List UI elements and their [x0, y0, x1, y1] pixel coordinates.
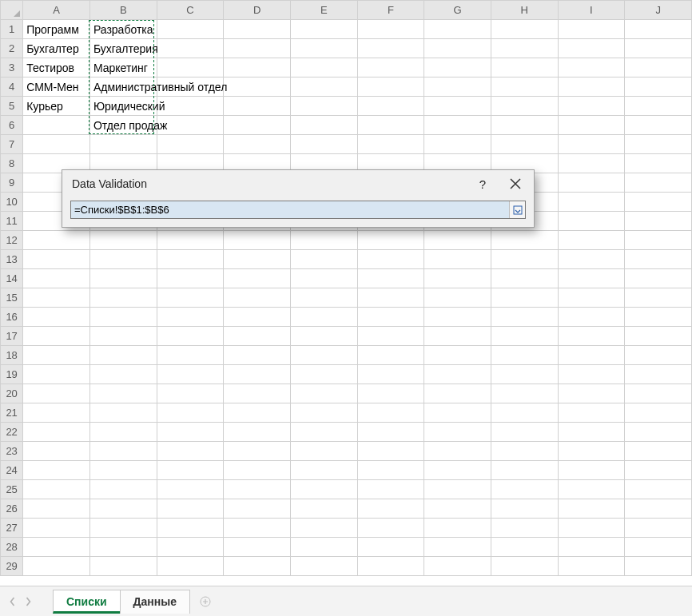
- dialog-titlebar[interactable]: Data Validation ?: [62, 170, 534, 197]
- cell-H18[interactable]: [491, 346, 558, 365]
- cell-B18[interactable]: [89, 346, 157, 365]
- cell-E21[interactable]: [290, 403, 357, 423]
- cell-F22[interactable]: [357, 423, 424, 442]
- cell-E17[interactable]: [290, 327, 357, 346]
- cell-G29[interactable]: [424, 557, 491, 576]
- row-header-24[interactable]: 24: [1, 461, 23, 480]
- cell-B6[interactable]: Отдел продаж: [89, 116, 157, 135]
- cell-H1[interactable]: [491, 20, 558, 39]
- cell-D13[interactable]: [224, 250, 291, 269]
- cell-J17[interactable]: [625, 327, 692, 346]
- cell-J9[interactable]: [625, 173, 692, 193]
- cell-E15[interactable]: [290, 288, 357, 308]
- cell-H7[interactable]: [491, 135, 558, 154]
- cell-C7[interactable]: [157, 135, 224, 154]
- cell-E25[interactable]: [290, 480, 357, 499]
- cell-E29[interactable]: [290, 557, 357, 576]
- cell-I28[interactable]: [558, 538, 625, 557]
- cell-C23[interactable]: [157, 442, 224, 461]
- cell-C5[interactable]: [157, 97, 224, 116]
- cell-B17[interactable]: [89, 327, 157, 346]
- cell-G6[interactable]: [424, 116, 491, 135]
- col-header-J[interactable]: J: [625, 1, 692, 20]
- cell-I14[interactable]: [558, 269, 625, 288]
- cell-F2[interactable]: [357, 39, 424, 58]
- cell-D21[interactable]: [224, 403, 291, 423]
- row-header-8[interactable]: 8: [1, 154, 23, 173]
- cell-J2[interactable]: [625, 39, 692, 58]
- cell-E28[interactable]: [290, 538, 357, 557]
- cell-I26[interactable]: [558, 499, 625, 519]
- cell-J10[interactable]: [625, 193, 692, 212]
- cell-D1[interactable]: [224, 20, 291, 39]
- cell-D18[interactable]: [224, 346, 291, 365]
- cell-E1[interactable]: [290, 20, 357, 39]
- row-header-13[interactable]: 13: [1, 250, 23, 269]
- cell-H15[interactable]: [491, 288, 558, 308]
- cell-B22[interactable]: [89, 423, 157, 442]
- row-header-23[interactable]: 23: [1, 442, 23, 461]
- cell-H23[interactable]: [491, 442, 558, 461]
- cell-I21[interactable]: [558, 403, 625, 423]
- cell-D15[interactable]: [224, 288, 291, 308]
- cell-H29[interactable]: [491, 557, 558, 576]
- row-header-22[interactable]: 22: [1, 423, 23, 442]
- cell-C24[interactable]: [157, 461, 224, 480]
- cell-E3[interactable]: [290, 58, 357, 77]
- cell-C12[interactable]: [157, 231, 224, 250]
- cell-D5[interactable]: [224, 97, 291, 116]
- cell-A28[interactable]: [23, 538, 90, 557]
- cell-J8[interactable]: [625, 154, 692, 173]
- cell-J21[interactable]: [625, 403, 692, 423]
- cell-G27[interactable]: [424, 519, 491, 538]
- add-sheet-button[interactable]: [194, 590, 217, 613]
- cell-F5[interactable]: [357, 97, 424, 116]
- cell-A22[interactable]: [23, 423, 90, 442]
- cell-F3[interactable]: [357, 58, 424, 77]
- cell-G20[interactable]: [424, 384, 491, 403]
- cell-F4[interactable]: [357, 77, 424, 97]
- cell-I10[interactable]: [558, 193, 625, 212]
- row-header-28[interactable]: 28: [1, 538, 23, 557]
- cell-J18[interactable]: [625, 346, 692, 365]
- cell-A25[interactable]: [23, 480, 90, 499]
- select-all-corner[interactable]: [1, 1, 23, 20]
- cell-J16[interactable]: [625, 308, 692, 327]
- cell-E27[interactable]: [290, 519, 357, 538]
- cell-J29[interactable]: [625, 557, 692, 576]
- cell-F21[interactable]: [357, 403, 424, 423]
- cell-F14[interactable]: [357, 269, 424, 288]
- cell-E6[interactable]: [290, 116, 357, 135]
- cell-F28[interactable]: [357, 538, 424, 557]
- cell-B16[interactable]: [89, 308, 157, 327]
- cell-D16[interactable]: [224, 308, 291, 327]
- cell-G23[interactable]: [424, 442, 491, 461]
- cell-I8[interactable]: [558, 154, 625, 173]
- cell-G12[interactable]: [424, 231, 491, 250]
- cell-I22[interactable]: [558, 423, 625, 442]
- cell-B27[interactable]: [89, 519, 157, 538]
- cell-C2[interactable]: [157, 39, 224, 58]
- tab-nav-prev[interactable]: [5, 594, 19, 609]
- cell-J7[interactable]: [625, 135, 692, 154]
- row-header-20[interactable]: 20: [1, 384, 23, 403]
- cell-B28[interactable]: [89, 538, 157, 557]
- cell-A13[interactable]: [23, 250, 90, 269]
- cell-B5[interactable]: Юридический: [89, 97, 157, 116]
- cell-C1[interactable]: [157, 20, 224, 39]
- cell-E22[interactable]: [290, 423, 357, 442]
- cell-H22[interactable]: [491, 423, 558, 442]
- cell-B26[interactable]: [89, 499, 157, 519]
- row-header-7[interactable]: 7: [1, 135, 23, 154]
- cell-B19[interactable]: [89, 365, 157, 384]
- cell-I20[interactable]: [558, 384, 625, 403]
- cell-A16[interactable]: [23, 308, 90, 327]
- cell-H25[interactable]: [491, 480, 558, 499]
- cell-F24[interactable]: [357, 461, 424, 480]
- cell-G17[interactable]: [424, 327, 491, 346]
- cell-C28[interactable]: [157, 538, 224, 557]
- cell-E14[interactable]: [290, 269, 357, 288]
- cell-A20[interactable]: [23, 384, 90, 403]
- cell-I12[interactable]: [558, 231, 625, 250]
- row-header-2[interactable]: 2: [1, 39, 23, 58]
